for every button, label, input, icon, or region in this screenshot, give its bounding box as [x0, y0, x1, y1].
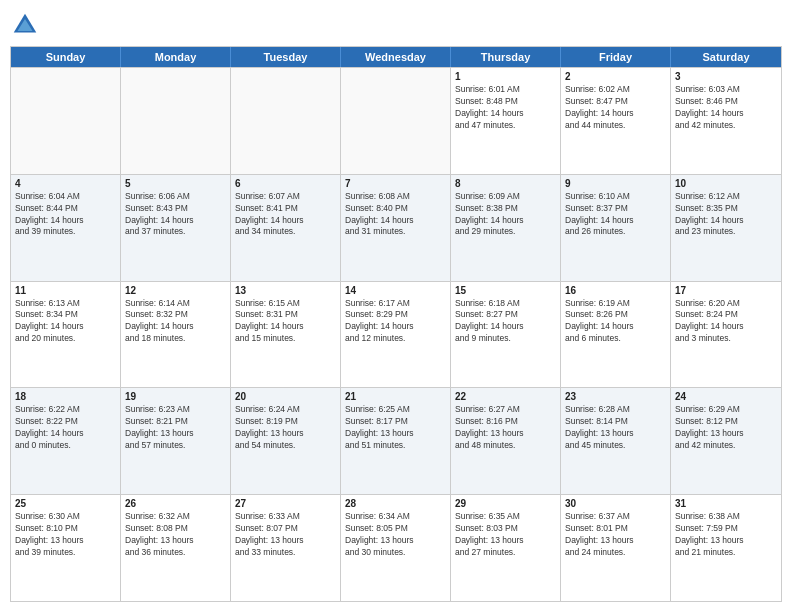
header-day-wednesday: Wednesday	[341, 47, 451, 67]
day-number: 20	[235, 391, 336, 402]
day-info: Sunrise: 6:24 AMSunset: 8:19 PMDaylight:…	[235, 404, 336, 452]
calendar-cell: 3Sunrise: 6:03 AMSunset: 8:46 PMDaylight…	[671, 68, 781, 174]
day-number: 14	[345, 285, 446, 296]
calendar-cell	[121, 68, 231, 174]
day-number: 19	[125, 391, 226, 402]
day-info: Sunrise: 6:03 AMSunset: 8:46 PMDaylight:…	[675, 84, 777, 132]
day-info: Sunrise: 6:13 AMSunset: 8:34 PMDaylight:…	[15, 298, 116, 346]
day-info: Sunrise: 6:37 AMSunset: 8:01 PMDaylight:…	[565, 511, 666, 559]
day-number: 11	[15, 285, 116, 296]
calendar-cell: 27Sunrise: 6:33 AMSunset: 8:07 PMDayligh…	[231, 495, 341, 601]
logo-icon	[10, 10, 40, 40]
calendar-cell: 18Sunrise: 6:22 AMSunset: 8:22 PMDayligh…	[11, 388, 121, 494]
day-info: Sunrise: 6:28 AMSunset: 8:14 PMDaylight:…	[565, 404, 666, 452]
day-info: Sunrise: 6:38 AMSunset: 7:59 PMDaylight:…	[675, 511, 777, 559]
calendar-cell: 28Sunrise: 6:34 AMSunset: 8:05 PMDayligh…	[341, 495, 451, 601]
calendar-cell: 26Sunrise: 6:32 AMSunset: 8:08 PMDayligh…	[121, 495, 231, 601]
day-number: 21	[345, 391, 446, 402]
day-info: Sunrise: 6:14 AMSunset: 8:32 PMDaylight:…	[125, 298, 226, 346]
day-info: Sunrise: 6:20 AMSunset: 8:24 PMDaylight:…	[675, 298, 777, 346]
day-info: Sunrise: 6:17 AMSunset: 8:29 PMDaylight:…	[345, 298, 446, 346]
logo-area	[10, 10, 44, 40]
day-info: Sunrise: 6:22 AMSunset: 8:22 PMDaylight:…	[15, 404, 116, 452]
calendar-cell: 24Sunrise: 6:29 AMSunset: 8:12 PMDayligh…	[671, 388, 781, 494]
day-number: 30	[565, 498, 666, 509]
day-info: Sunrise: 6:29 AMSunset: 8:12 PMDaylight:…	[675, 404, 777, 452]
header-day-sunday: Sunday	[11, 47, 121, 67]
day-number: 8	[455, 178, 556, 189]
day-number: 22	[455, 391, 556, 402]
calendar-cell: 5Sunrise: 6:06 AMSunset: 8:43 PMDaylight…	[121, 175, 231, 281]
day-info: Sunrise: 6:19 AMSunset: 8:26 PMDaylight:…	[565, 298, 666, 346]
day-number: 12	[125, 285, 226, 296]
day-number: 18	[15, 391, 116, 402]
header-day-thursday: Thursday	[451, 47, 561, 67]
calendar-cell: 10Sunrise: 6:12 AMSunset: 8:35 PMDayligh…	[671, 175, 781, 281]
day-info: Sunrise: 6:07 AMSunset: 8:41 PMDaylight:…	[235, 191, 336, 239]
calendar-cell: 11Sunrise: 6:13 AMSunset: 8:34 PMDayligh…	[11, 282, 121, 388]
day-number: 7	[345, 178, 446, 189]
calendar-cell: 9Sunrise: 6:10 AMSunset: 8:37 PMDaylight…	[561, 175, 671, 281]
day-info: Sunrise: 6:12 AMSunset: 8:35 PMDaylight:…	[675, 191, 777, 239]
day-info: Sunrise: 6:35 AMSunset: 8:03 PMDaylight:…	[455, 511, 556, 559]
day-number: 2	[565, 71, 666, 82]
day-info: Sunrise: 6:02 AMSunset: 8:47 PMDaylight:…	[565, 84, 666, 132]
calendar-cell: 4Sunrise: 6:04 AMSunset: 8:44 PMDaylight…	[11, 175, 121, 281]
day-info: Sunrise: 6:32 AMSunset: 8:08 PMDaylight:…	[125, 511, 226, 559]
day-info: Sunrise: 6:10 AMSunset: 8:37 PMDaylight:…	[565, 191, 666, 239]
day-info: Sunrise: 6:27 AMSunset: 8:16 PMDaylight:…	[455, 404, 556, 452]
day-number: 27	[235, 498, 336, 509]
calendar-cell: 31Sunrise: 6:38 AMSunset: 7:59 PMDayligh…	[671, 495, 781, 601]
calendar-cell: 30Sunrise: 6:37 AMSunset: 8:01 PMDayligh…	[561, 495, 671, 601]
calendar-cell: 23Sunrise: 6:28 AMSunset: 8:14 PMDayligh…	[561, 388, 671, 494]
day-number: 29	[455, 498, 556, 509]
header	[10, 10, 782, 40]
day-info: Sunrise: 6:15 AMSunset: 8:31 PMDaylight:…	[235, 298, 336, 346]
calendar-cell: 21Sunrise: 6:25 AMSunset: 8:17 PMDayligh…	[341, 388, 451, 494]
calendar-cell	[231, 68, 341, 174]
calendar-cell: 22Sunrise: 6:27 AMSunset: 8:16 PMDayligh…	[451, 388, 561, 494]
calendar-cell: 19Sunrise: 6:23 AMSunset: 8:21 PMDayligh…	[121, 388, 231, 494]
day-info: Sunrise: 6:30 AMSunset: 8:10 PMDaylight:…	[15, 511, 116, 559]
day-info: Sunrise: 6:06 AMSunset: 8:43 PMDaylight:…	[125, 191, 226, 239]
day-number: 28	[345, 498, 446, 509]
day-number: 4	[15, 178, 116, 189]
calendar-cell: 12Sunrise: 6:14 AMSunset: 8:32 PMDayligh…	[121, 282, 231, 388]
calendar-cell: 16Sunrise: 6:19 AMSunset: 8:26 PMDayligh…	[561, 282, 671, 388]
day-info: Sunrise: 6:18 AMSunset: 8:27 PMDaylight:…	[455, 298, 556, 346]
calendar-cell: 1Sunrise: 6:01 AMSunset: 8:48 PMDaylight…	[451, 68, 561, 174]
calendar-row: 25Sunrise: 6:30 AMSunset: 8:10 PMDayligh…	[11, 494, 781, 601]
day-info: Sunrise: 6:04 AMSunset: 8:44 PMDaylight:…	[15, 191, 116, 239]
day-number: 31	[675, 498, 777, 509]
page: SundayMondayTuesdayWednesdayThursdayFrid…	[0, 0, 792, 612]
day-number: 15	[455, 285, 556, 296]
day-number: 16	[565, 285, 666, 296]
day-info: Sunrise: 6:34 AMSunset: 8:05 PMDaylight:…	[345, 511, 446, 559]
day-info: Sunrise: 6:33 AMSunset: 8:07 PMDaylight:…	[235, 511, 336, 559]
calendar-cell: 2Sunrise: 6:02 AMSunset: 8:47 PMDaylight…	[561, 68, 671, 174]
day-number: 13	[235, 285, 336, 296]
calendar-cell: 6Sunrise: 6:07 AMSunset: 8:41 PMDaylight…	[231, 175, 341, 281]
day-number: 17	[675, 285, 777, 296]
day-number: 9	[565, 178, 666, 189]
day-number: 23	[565, 391, 666, 402]
calendar-body: 1Sunrise: 6:01 AMSunset: 8:48 PMDaylight…	[11, 67, 781, 601]
calendar-cell: 20Sunrise: 6:24 AMSunset: 8:19 PMDayligh…	[231, 388, 341, 494]
calendar-header: SundayMondayTuesdayWednesdayThursdayFrid…	[11, 47, 781, 67]
day-info: Sunrise: 6:23 AMSunset: 8:21 PMDaylight:…	[125, 404, 226, 452]
calendar: SundayMondayTuesdayWednesdayThursdayFrid…	[10, 46, 782, 602]
day-info: Sunrise: 6:01 AMSunset: 8:48 PMDaylight:…	[455, 84, 556, 132]
calendar-cell: 17Sunrise: 6:20 AMSunset: 8:24 PMDayligh…	[671, 282, 781, 388]
calendar-cell: 29Sunrise: 6:35 AMSunset: 8:03 PMDayligh…	[451, 495, 561, 601]
calendar-row: 18Sunrise: 6:22 AMSunset: 8:22 PMDayligh…	[11, 387, 781, 494]
day-number: 26	[125, 498, 226, 509]
day-number: 6	[235, 178, 336, 189]
day-info: Sunrise: 6:09 AMSunset: 8:38 PMDaylight:…	[455, 191, 556, 239]
day-number: 10	[675, 178, 777, 189]
header-day-saturday: Saturday	[671, 47, 781, 67]
calendar-row: 4Sunrise: 6:04 AMSunset: 8:44 PMDaylight…	[11, 174, 781, 281]
calendar-row: 1Sunrise: 6:01 AMSunset: 8:48 PMDaylight…	[11, 67, 781, 174]
calendar-cell	[11, 68, 121, 174]
day-number: 24	[675, 391, 777, 402]
day-info: Sunrise: 6:08 AMSunset: 8:40 PMDaylight:…	[345, 191, 446, 239]
